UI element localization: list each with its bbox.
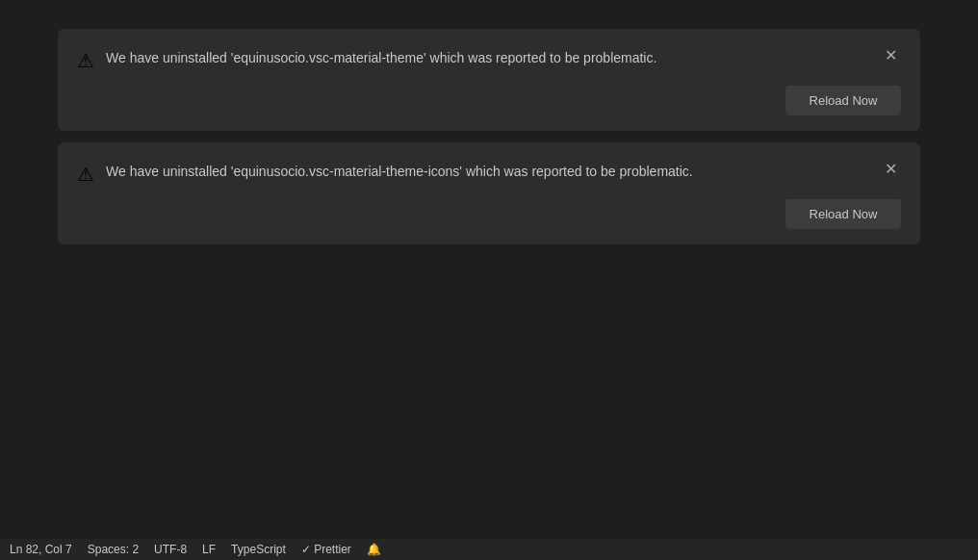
status-bar-items: Ln 82, Col 7 Spaces: 2 UTF-8 LF TypeScri… <box>10 543 968 556</box>
notification-card-2: ⚠ We have uninstalled 'equinusocio.vsc-m… <box>58 142 920 244</box>
notifications-area: ⚠ We have uninstalled 'equinusocio.vsc-m… <box>0 0 978 244</box>
notification-actions-2: Reload Now <box>77 199 901 229</box>
reload-now-button-1[interactable]: Reload Now <box>785 86 901 115</box>
status-notifications[interactable]: 🔔 <box>367 543 381 556</box>
notification-card-1: ⚠ We have uninstalled 'equinusocio.vsc-m… <box>58 29 920 131</box>
notification-header-1: ⚠ We have uninstalled 'equinusocio.vsc-m… <box>77 48 901 72</box>
status-line-ending[interactable]: LF <box>202 543 216 556</box>
status-formatter[interactable]: ✓ Prettier <box>301 543 351 556</box>
notification-text-1: We have uninstalled 'equinusocio.vsc-mat… <box>106 48 869 68</box>
notification-message-1: We have uninstalled 'equinusocio.vsc-mat… <box>106 50 656 65</box>
status-bar: Ln 82, Col 7 Spaces: 2 UTF-8 LF TypeScri… <box>0 539 978 560</box>
reload-now-button-2[interactable]: Reload Now <box>785 199 901 229</box>
notification-text-2: We have uninstalled 'equinusocio.vsc-mat… <box>106 162 869 182</box>
status-position[interactable]: Ln 82, Col 7 <box>10 543 72 556</box>
status-spaces[interactable]: Spaces: 2 <box>88 543 139 556</box>
close-button-2[interactable]: ✕ <box>881 162 901 177</box>
notification-header-2: ⚠ We have uninstalled 'equinusocio.vsc-m… <box>77 162 901 186</box>
status-language[interactable]: TypeScript <box>231 543 286 556</box>
notification-actions-1: Reload Now <box>77 86 901 115</box>
warning-icon-1: ⚠ <box>77 49 94 72</box>
notification-message-2: We have uninstalled 'equinusocio.vsc-mat… <box>106 164 693 179</box>
status-encoding[interactable]: UTF-8 <box>154 543 187 556</box>
close-button-1[interactable]: ✕ <box>881 48 901 64</box>
warning-icon-2: ⚠ <box>77 163 94 186</box>
